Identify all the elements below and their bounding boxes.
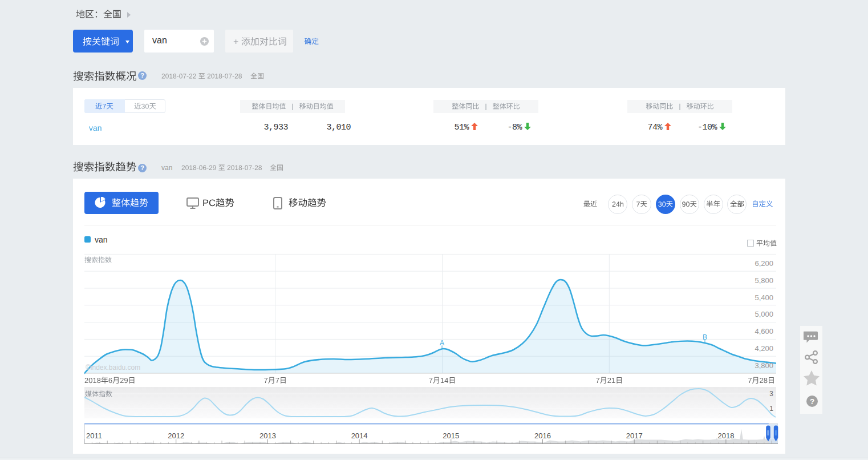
svg-text:2015: 2015 [443, 431, 459, 440]
svg-text:?: ? [810, 397, 814, 406]
svg-text:2017: 2017 [626, 431, 643, 440]
svg-text:2018: 2018 [717, 431, 734, 440]
svg-text:?: ? [140, 164, 144, 171]
svg-text:2013: 2013 [259, 431, 276, 440]
svg-text:2011: 2011 [86, 431, 102, 440]
svg-text:2014: 2014 [351, 431, 368, 440]
svg-text:2012: 2012 [168, 431, 184, 440]
svg-text:B: B [703, 333, 707, 341]
svg-text:2016: 2016 [534, 431, 551, 440]
svg-text:?: ? [140, 72, 144, 79]
